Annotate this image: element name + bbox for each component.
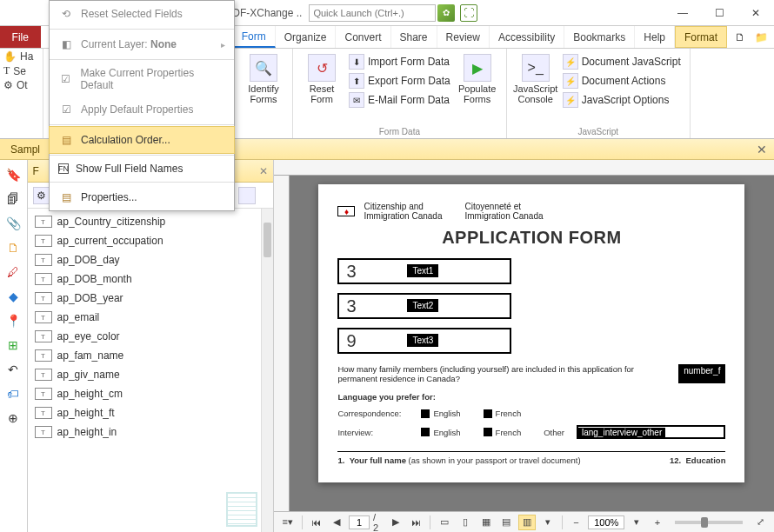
field-item[interactable]: Tap_height_ft [28, 403, 273, 422]
calculation-order-item[interactable]: ▤Calculation Order... [49, 126, 235, 154]
close-tab-button[interactable]: ✕ [750, 143, 774, 156]
populate-forms-button[interactable]: ▶ PopulateForms [454, 52, 501, 110]
fit-page-icon[interactable]: ⤢ [751, 515, 769, 530]
field-item[interactable]: Tap_height_in [28, 422, 273, 442]
bookmarks-icon[interactable]: 🔖 [3, 165, 23, 184]
field-item[interactable]: Tap_DOB_month [28, 269, 273, 289]
fields-list: Tap_Country_citizenship Tap_current_occu… [28, 209, 273, 532]
signatures-icon[interactable]: 🖊 [3, 263, 23, 282]
fields-tool3-icon[interactable] [238, 187, 256, 204]
email-form-data-button[interactable]: ✉E-Mail Form Data [345, 90, 454, 110]
layout1-icon[interactable]: ▭ [436, 515, 453, 530]
corr-english-checkbox[interactable]: English [421, 409, 460, 418]
tab-bookmarks[interactable]: Bookmarks [564, 26, 635, 48]
page-number-input[interactable] [349, 515, 370, 529]
tags-icon[interactable]: 🏷 [3, 384, 23, 403]
form-field-text3[interactable]: 9Text3 [337, 328, 511, 354]
pages-icon[interactable]: 🗐 [3, 190, 23, 209]
maximize-button[interactable]: ☐ [701, 0, 737, 26]
field-item[interactable]: Tap_current_occupation [28, 231, 273, 250]
history-icon[interactable]: ↶ [3, 360, 23, 379]
reset-selected-fields-item[interactable]: ⟲Reset Selected Fields [50, 1, 234, 27]
tab-help[interactable]: Help [635, 26, 675, 48]
form-field-text2[interactable]: 3Text2 [337, 293, 511, 319]
tab-accessibility[interactable]: Accessibility [490, 26, 564, 48]
zoom-slider[interactable] [675, 521, 744, 524]
zoom-in-button[interactable]: + [649, 515, 666, 530]
checkbox-icon: FN [58, 163, 69, 174]
import-form-data-button[interactable]: ⬇Import Form Data [345, 52, 454, 71]
fields-icon[interactable]: 🗋 [3, 238, 23, 257]
layout6-icon[interactable]: ▾ [539, 515, 557, 530]
tab-format[interactable]: Format [675, 26, 727, 48]
tab-convert[interactable]: Convert [336, 26, 390, 48]
layers-icon[interactable]: ◆ [3, 287, 23, 306]
show-full-names-item[interactable]: FNShow Full Field Names [50, 157, 234, 180]
layout2-icon[interactable]: ▯ [457, 515, 474, 530]
field-item[interactable]: Tap_giv_name [28, 365, 273, 384]
tab-form[interactable]: Form [233, 26, 276, 48]
js-console-button[interactable]: >_ JavaScriptConsole [512, 52, 559, 110]
prev-page-button[interactable]: ◀ [328, 515, 345, 530]
document-javascript-button[interactable]: ⚡Document JavaScript [559, 52, 684, 71]
next-page-button[interactable]: ▶ [387, 515, 404, 530]
reset-form-button[interactable]: ↺ ResetForm [298, 52, 345, 110]
zoom-dropdown-button[interactable]: ▾ [628, 515, 645, 530]
last-page-button[interactable]: ⏭ [408, 515, 425, 530]
more-icon[interactable]: ⊕ [3, 409, 23, 428]
field-item[interactable]: Tap_fam_name [28, 346, 273, 365]
field-item[interactable]: Tap_DOB_year [28, 289, 273, 308]
field-item[interactable]: Tap_DOB_day [28, 250, 273, 269]
zoom-out-button[interactable]: − [568, 515, 585, 530]
close-button[interactable]: ✕ [737, 0, 774, 26]
field-item[interactable]: Tap_height_cm [28, 384, 273, 403]
expand-icon[interactable]: ⛶ [460, 4, 477, 22]
fields-panel-close-button[interactable]: ✕ [259, 165, 268, 177]
other-tool[interactable]: ⚙Ot [3, 79, 39, 91]
make-default-item[interactable]: ☑Make Current Properties Default [50, 62, 234, 96]
int-english-checkbox[interactable]: English [421, 428, 460, 437]
int-french-checkbox[interactable]: French [484, 428, 522, 437]
file-menu[interactable]: File [0, 26, 41, 48]
options-dropdown: ⟲Reset Selected Fields ◧Current Layer: N… [49, 0, 235, 211]
ruler-vertical [274, 176, 290, 511]
layout4-icon[interactable]: ▤ [498, 515, 516, 530]
form-field-text1[interactable]: 3Text1 [337, 258, 511, 284]
minimize-button[interactable]: — [664, 0, 701, 26]
tab-share[interactable]: Share [391, 26, 437, 48]
populate-forms-icon: ▶ [464, 54, 491, 82]
tab-review[interactable]: Review [437, 26, 490, 48]
settings-gear-icon[interactable]: ✿ [437, 4, 455, 22]
fields-scrollbar[interactable] [261, 209, 273, 532]
identify-forms-button[interactable]: 🔍 IdentifyForms [240, 52, 287, 106]
find-icon[interactable]: 🗋 [732, 30, 748, 45]
document-actions-button[interactable]: ⚡Document Actions [559, 71, 684, 90]
lang-interview-other-field[interactable]: lang_interview_other [577, 425, 725, 439]
field-item[interactable]: Tap_Country_citizenship [28, 212, 273, 231]
folder-icon[interactable]: 📁 [753, 30, 769, 45]
apply-default-item[interactable]: ☑Apply Default Properties [50, 96, 234, 123]
fields-tool-icon[interactable]: ⚙ [33, 187, 50, 204]
select-tool[interactable]: TSe [3, 64, 39, 77]
corr-french-checkbox[interactable]: French [484, 409, 522, 418]
document-tab[interactable]: Sampl [0, 139, 51, 159]
tree-icon[interactable]: ⊞ [3, 336, 23, 355]
quick-launch-input[interactable] [309, 4, 436, 22]
properties-icon: ▤ [58, 190, 74, 205]
layout5-icon[interactable]: ▥ [518, 515, 536, 530]
content-icon[interactable]: 📍 [3, 311, 23, 330]
field-item[interactable]: Tap_eye_color [28, 327, 273, 346]
layout3-icon[interactable]: ▦ [477, 515, 495, 530]
first-page-button[interactable]: ⏮ [308, 515, 325, 530]
tab-organize[interactable]: Organize [276, 26, 337, 48]
attachments-icon[interactable]: 📎 [3, 214, 23, 233]
export-form-data-button[interactable]: ⬆Export Form Data [345, 71, 454, 90]
current-layer-item[interactable]: ◧Current Layer: None▸ [50, 31, 234, 57]
javascript-options-button[interactable]: ⚡JavaScript Options [559, 90, 684, 110]
field-item[interactable]: Tap_email [28, 308, 273, 327]
field-number-f[interactable]: number_f [678, 364, 725, 383]
zoom-input[interactable] [588, 515, 624, 529]
hand-tool[interactable]: ✋Ha [3, 50, 39, 63]
properties-item[interactable]: ▤Properties... [50, 184, 234, 210]
options-status-icon[interactable]: ≡▾ [279, 515, 297, 530]
